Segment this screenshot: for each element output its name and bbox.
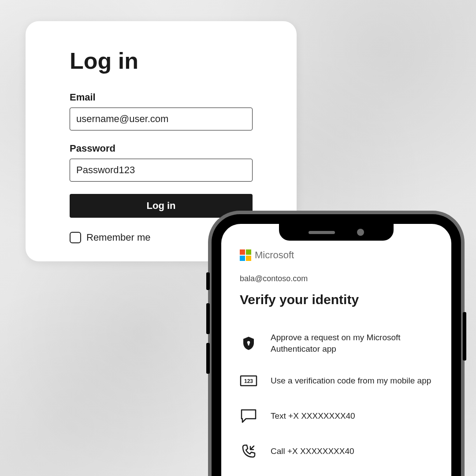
- code-123-icon: 123: [240, 372, 257, 390]
- mfa-panel: Microsoft bala@contoso.com Verify your i…: [221, 224, 451, 476]
- svg-text:123: 123: [244, 378, 253, 384]
- mfa-option-call[interactable]: Call +X XXXXXXXX40: [240, 434, 433, 469]
- mfa-option-text[interactable]: Text +X XXXXXXXX40: [240, 398, 433, 434]
- microsoft-brand-text: Microsoft: [255, 249, 294, 261]
- microsoft-brand: Microsoft: [240, 249, 433, 261]
- mfa-option-code[interactable]: 123 Use a verification code from my mobi…: [240, 363, 433, 398]
- phone-side-button: [206, 303, 210, 334]
- phone-side-button: [206, 343, 210, 374]
- password-label: Password: [70, 143, 253, 154]
- sms-icon: [240, 407, 257, 425]
- remember-me-label: Remember me: [86, 232, 150, 243]
- phone-notch: [279, 224, 394, 241]
- camera-icon: [357, 229, 364, 236]
- svg-rect-1: [248, 343, 249, 346]
- mfa-option-label: Call +X XXXXXXXX40: [271, 446, 354, 457]
- phone-bezel: Microsoft bala@contoso.com Verify your i…: [212, 214, 461, 476]
- phone-side-button: [463, 312, 466, 361]
- mfa-option-label: Use a verification code from my mobile a…: [271, 375, 431, 387]
- mfa-option-label: Text +X XXXXXXXX40: [271, 410, 355, 422]
- password-field[interactable]: [70, 159, 253, 182]
- account-email: bala@contoso.com: [240, 274, 433, 283]
- mfa-option-authenticator[interactable]: Approve a request on my Microsoft Authen…: [240, 323, 433, 363]
- phone-call-icon: [240, 443, 257, 460]
- email-field[interactable]: [70, 108, 253, 130]
- remember-me-checkbox[interactable]: [70, 232, 81, 243]
- phone-side-button: [206, 272, 210, 290]
- speaker-icon: [309, 231, 335, 234]
- email-label: Email: [70, 92, 253, 103]
- mfa-option-label: Approve a request on my Microsoft Authen…: [271, 332, 433, 354]
- phone-screen: Microsoft bala@contoso.com Verify your i…: [221, 224, 451, 476]
- lock-shield-icon: [240, 335, 257, 352]
- microsoft-logo-icon: [240, 249, 251, 261]
- verify-identity-title: Verify your identity: [240, 292, 433, 307]
- phone-mockup: Microsoft bala@contoso.com Verify your i…: [208, 211, 465, 476]
- login-title: Log in: [70, 48, 253, 74]
